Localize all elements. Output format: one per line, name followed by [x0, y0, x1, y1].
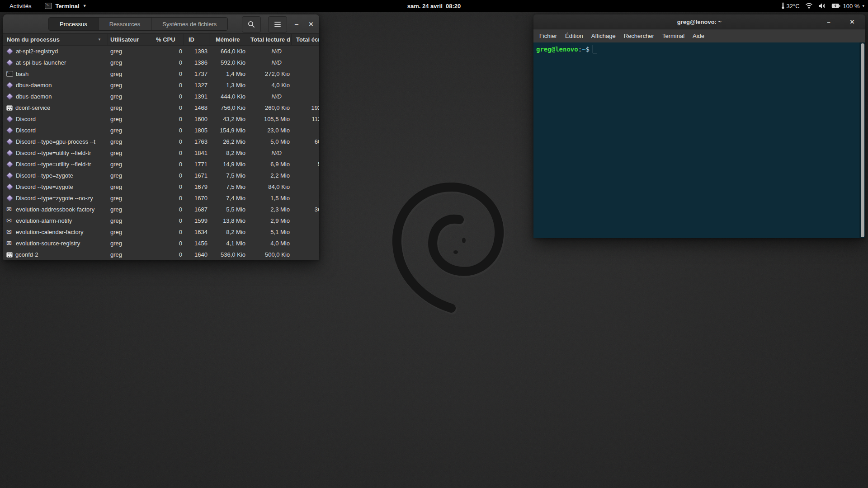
- process-id: 1456: [184, 238, 209, 249]
- column-header[interactable]: ID: [184, 34, 209, 45]
- column-header[interactable]: Total écr: [292, 34, 319, 45]
- table-row[interactable]: at-spi-bus-launchergreg01386592,0 KioN/D: [3, 57, 319, 68]
- menu-fichier[interactable]: Fichier: [535, 33, 561, 39]
- primary-menu-button[interactable]: [268, 16, 287, 33]
- process-disk-write: 5,1: [292, 159, 319, 170]
- process-cpu: 0: [144, 80, 184, 91]
- process-disk-read: 23,0 Mio: [247, 125, 292, 136]
- table-row[interactable]: dconf-servicegreg01468756,0 Kio260,0 Kio…: [3, 102, 319, 113]
- diamond-icon: [6, 183, 14, 191]
- column-header[interactable]: Mémoire: [209, 34, 247, 45]
- chevron-down-icon: ▾: [862, 4, 864, 8]
- table-row[interactable]: gconfd-2greg01640536,0 Kio500,0 Kio: [3, 249, 319, 260]
- menu-terminal[interactable]: Terminal: [658, 33, 689, 39]
- dconf-icon: [6, 252, 13, 258]
- process-disk-read: 2,2 Mio: [247, 170, 292, 181]
- menu-affichage[interactable]: Affichage: [587, 33, 620, 39]
- process-disk-write: [292, 68, 319, 80]
- system-status-area[interactable]: 32°C 100 % ▾: [781, 0, 864, 12]
- table-row[interactable]: evolution-alarm-notifygreg0159913,8 Mio2…: [3, 215, 319, 226]
- menu--dition[interactable]: Édition: [561, 33, 587, 39]
- process-id: 1670: [184, 192, 209, 204]
- prompt-user-host: greg@lenovo: [536, 46, 578, 53]
- column-header[interactable]: Nom du processus▼: [3, 34, 108, 45]
- tab-ressources[interactable]: Ressources: [99, 18, 152, 30]
- process-id: 1671: [184, 170, 209, 181]
- process-disk-read: 272,0 Kio: [247, 68, 292, 80]
- process-name-cell: evolution-source-registry: [3, 238, 108, 249]
- diamond-icon: [6, 93, 14, 100]
- process-cpu: 0: [144, 136, 184, 147]
- column-header[interactable]: % CPU: [144, 34, 184, 45]
- close-icon: ✕: [850, 19, 855, 25]
- table-row[interactable]: dbus-daemongreg013271,3 Mio4,0 Kio: [3, 80, 319, 91]
- clock[interactable]: sam. 24 avril 08:20: [0, 3, 868, 9]
- terminal-screen[interactable]: greg@lenovo:~$: [533, 42, 865, 238]
- process-id: 1393: [184, 46, 209, 57]
- minimize-button[interactable]: –: [291, 14, 302, 34]
- process-cpu: 0: [144, 113, 184, 125]
- tab-processus[interactable]: Processus: [49, 18, 99, 30]
- process-memory: 8,2 Mio: [209, 147, 247, 159]
- process-cpu: 0: [144, 46, 184, 57]
- minimize-button[interactable]: –: [822, 14, 835, 29]
- menu-aide[interactable]: Aide: [689, 33, 708, 39]
- terminal-titlebar[interactable]: greg@lenovo: ~ – ✕: [533, 14, 865, 29]
- system-monitor-headerbar: ProcessusRessourcesSystèmes de fichiers …: [3, 14, 319, 34]
- process-disk-write: [292, 249, 319, 260]
- process-disk-write: [292, 226, 319, 238]
- table-row[interactable]: Discordgreg0160043,2 Mio105,5 Mio112,0: [3, 113, 319, 125]
- process-user: greg: [108, 170, 144, 181]
- menu-rechercher[interactable]: Rechercher: [620, 33, 658, 39]
- scrollbar-thumb[interactable]: [861, 43, 864, 237]
- close-button[interactable]: ✕: [305, 14, 317, 34]
- search-button[interactable]: [242, 16, 261, 33]
- table-row[interactable]: evolution-addressbook-factorygreg016875,…: [3, 204, 319, 215]
- process-id: 1805: [184, 125, 209, 136]
- table-row[interactable]: Discord --type=utility --field-trgreg018…: [3, 147, 319, 159]
- process-name-cell: dbus-daemon: [3, 80, 108, 91]
- process-disk-read: 4,0 Kio: [247, 80, 292, 91]
- terminal-window: greg@lenovo: ~ – ✕ FichierÉditionAfficha…: [533, 14, 865, 238]
- process-user: greg: [108, 192, 144, 204]
- top-bar: Activités Terminal ▼ sam. 24 avril 08:20…: [0, 0, 868, 12]
- system-monitor-window: ProcessusRessourcesSystèmes de fichiers …: [3, 14, 319, 260]
- process-cpu: 0: [144, 57, 184, 68]
- process-name: Discord --type=zygote: [16, 183, 73, 190]
- process-disk-write: [292, 215, 319, 226]
- process-disk-read: 5,1 Mio: [247, 226, 292, 238]
- thermometer-icon: [781, 2, 785, 9]
- process-cpu: 0: [144, 91, 184, 102]
- column-header[interactable]: Utilisateur: [108, 34, 144, 45]
- table-row[interactable]: evolution-source-registrygreg014564,1 Mi…: [3, 238, 319, 249]
- table-row[interactable]: Discordgreg01805154,9 Mio23,0 Mio: [3, 125, 319, 136]
- table-row[interactable]: evolution-calendar-factorygreg016348,2 M…: [3, 226, 319, 238]
- envelope-icon: [6, 229, 13, 235]
- table-row[interactable]: Discord --type=zygotegreg016797,5 Mio84,…: [3, 181, 319, 192]
- table-row[interactable]: Discord --type=gpu-process --tgreg017632…: [3, 136, 319, 147]
- process-user: greg: [108, 181, 144, 192]
- tab-syst-mes-de-fichiers[interactable]: Systèmes de fichiers: [151, 18, 227, 30]
- close-button[interactable]: ✕: [845, 14, 859, 29]
- process-disk-read: 2,9 Mio: [247, 215, 292, 226]
- terminal-menubar: FichierÉditionAffichageRechercherTermina…: [533, 29, 865, 42]
- process-memory: 1,3 Mio: [209, 80, 247, 91]
- process-user: greg: [108, 249, 144, 260]
- table-row[interactable]: Discord --type=zygote --no-zygreg016707,…: [3, 192, 319, 204]
- table-row[interactable]: bashgreg017371,4 Mio272,0 Kio: [3, 68, 319, 80]
- process-user: greg: [108, 113, 144, 125]
- column-header-label: Total écr: [296, 36, 319, 43]
- process-id: 1468: [184, 102, 209, 113]
- table-row[interactable]: Discord --type=utility --field-trgreg017…: [3, 159, 319, 170]
- column-header[interactable]: Total lecture d: [247, 34, 292, 45]
- prompt-symbol: $: [586, 46, 590, 53]
- table-row[interactable]: dbus-daemongreg01391444,0 KioN/D: [3, 91, 319, 102]
- process-disk-write: [292, 125, 319, 136]
- table-row[interactable]: at-spi2-registrydgreg01393664,0 KioN/D: [3, 46, 319, 57]
- process-name-cell: Discord --type=utility --field-tr: [3, 159, 108, 170]
- process-name: bash: [16, 70, 28, 77]
- terminal-scrollbar[interactable]: [859, 42, 865, 238]
- table-row[interactable]: Discord --type=zygotegreg016717,5 Mio2,2…: [3, 170, 319, 181]
- process-cpu: 0: [144, 170, 184, 181]
- process-disk-write: [292, 192, 319, 204]
